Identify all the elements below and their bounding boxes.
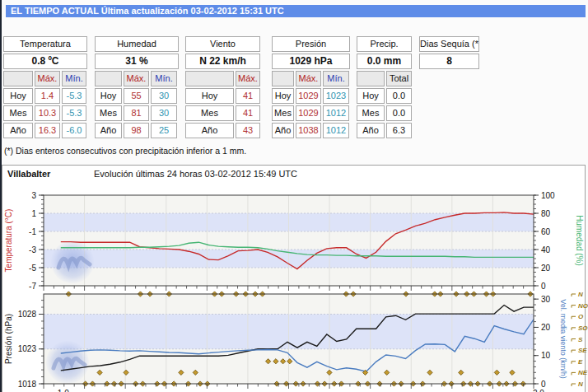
charts: 31-1-3-5-7100806040200Temperatura (°C)Hu… xyxy=(0,0,588,392)
chart-0: 31-1-3-5-7100806040200Temperatura (°C)Hu… xyxy=(4,191,584,292)
chart-1: 1028102310183020100Presión (hPa)Vel. med… xyxy=(4,291,588,392)
wind-direction-axis-label: N xyxy=(578,380,583,388)
right-tick-label: 0 xyxy=(541,282,546,291)
clipped-axis-label: 2.0 xyxy=(533,389,544,392)
wind-direction-axis-label: S xyxy=(578,336,583,343)
left-axis-title: Temperatura (°C) xyxy=(4,209,13,273)
wind-direction-axis-label: O xyxy=(578,313,584,320)
left-tick-label: 1023 xyxy=(18,344,37,353)
left-tick-label: 1 xyxy=(31,209,36,218)
wind-direction-axis-label: NO xyxy=(578,302,588,310)
wind-direction-axis-label: NE xyxy=(578,369,588,376)
right-tick-label: 100 xyxy=(541,191,555,200)
watermark-icon xyxy=(51,240,94,283)
watermark-icon xyxy=(46,341,89,384)
left-tick-label: -3 xyxy=(29,245,36,254)
wind-direction-axis-label: SO xyxy=(578,324,588,332)
left-tick-label: 3 xyxy=(31,191,36,200)
right-tick-label: 30 xyxy=(541,295,551,304)
clipped-axis-label: 1.0 xyxy=(58,389,69,392)
right-axis-title: Vel. media viento (km/h) xyxy=(559,299,567,379)
wind-direction-axis-label: E xyxy=(578,358,583,366)
right-tick-label: 20 xyxy=(541,264,551,273)
right-tick-label: 60 xyxy=(541,227,551,236)
left-tick-label: -7 xyxy=(29,282,36,291)
left-tick-label: 1018 xyxy=(18,380,37,389)
left-tick-label: 1028 xyxy=(18,310,37,319)
right-tick-label: 10 xyxy=(541,351,551,360)
wind-direction-axis-label: N xyxy=(578,291,583,298)
left-tick-label: -5 xyxy=(29,264,36,273)
right-tick-label: 80 xyxy=(541,209,551,218)
right-axis-title: Humedad (%) xyxy=(575,215,584,266)
right-tick-label: 0 xyxy=(541,380,546,389)
wind-direction-axis-label: SE xyxy=(578,347,587,354)
right-tick-label: 40 xyxy=(541,245,551,254)
left-tick-label: -1 xyxy=(29,227,36,236)
weather-dashboard: { "header": { "title": "EL TIEMPO ACTUAL… xyxy=(0,0,588,392)
right-tick-label: 20 xyxy=(541,323,551,332)
left-axis-title: Presión (hPa) xyxy=(4,314,13,364)
